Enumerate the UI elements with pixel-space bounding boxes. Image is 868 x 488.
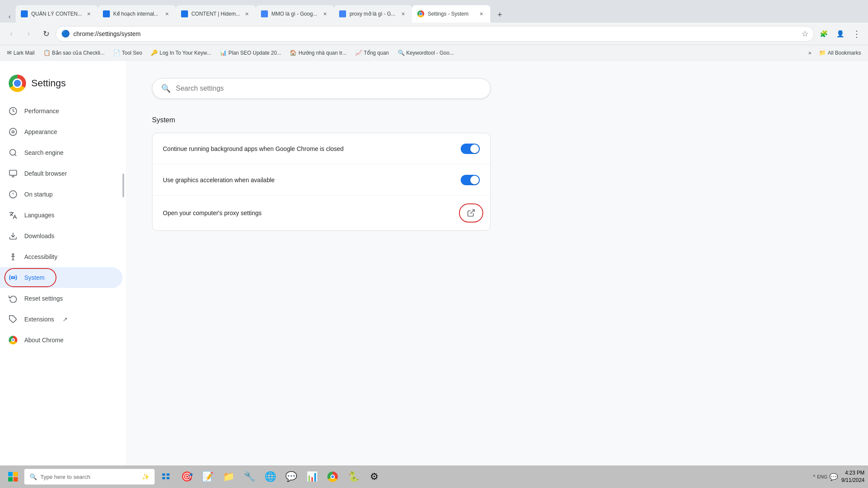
reload-button[interactable]: ↻ xyxy=(38,26,54,42)
bookmark-lark-mail[interactable]: ✉ Lark Mail xyxy=(3,49,38,57)
svg-rect-18 xyxy=(8,477,13,481)
toggle-graphics-acceleration[interactable] xyxy=(461,175,480,185)
taskbar-app-taskview[interactable] xyxy=(156,467,175,486)
tab-1[interactable]: QUẢN LÝ CONTEN... ✕ xyxy=(16,5,98,23)
bookmark-checklist[interactable]: 📋 Bản sao của Checkli... xyxy=(40,49,108,57)
tab-6[interactable]: Settings - System ✕ xyxy=(412,5,490,23)
bookmark-plan-seo[interactable]: 📊 Plan SEO Update 20... xyxy=(216,49,284,57)
tab-close-6[interactable]: ✕ xyxy=(478,10,485,17)
new-tab-button[interactable]: + xyxy=(492,7,508,23)
bookmark-huong-nha[interactable]: 🏠 Hướng nhà quan tr... xyxy=(286,49,350,57)
toolbar-actions: 🧩 👤 ⋮ xyxy=(816,26,865,42)
sidebar-label-downloads: Downloads xyxy=(24,233,54,239)
toggle-background-apps[interactable] xyxy=(461,144,480,154)
search-input[interactable] xyxy=(176,85,482,92)
taskbar-app-7[interactable]: 📊 xyxy=(302,467,321,486)
forward-button[interactable]: › xyxy=(21,26,36,42)
bookmark-keyword-tool[interactable]: 🔍 Keywordtool - Goo... xyxy=(394,49,457,57)
bookmark-label-checklist: Bản sao của Checkli... xyxy=(52,50,105,56)
sidebar-scrollbar[interactable] xyxy=(122,174,124,197)
tab-close-3[interactable]: ✕ xyxy=(244,10,251,17)
tab-favicon-4 xyxy=(261,10,268,17)
taskbar-app-chrome[interactable] xyxy=(323,467,342,486)
sidebar-header: Settings xyxy=(0,69,126,101)
tab-2[interactable]: Kế hoạch internal... ✕ xyxy=(98,5,176,23)
taskbar-app-3[interactable]: 📁 xyxy=(219,467,238,486)
sidebar-item-reset-settings[interactable]: Reset settings xyxy=(0,288,122,309)
sidebar-label-reset-settings: Reset settings xyxy=(24,295,63,302)
taskbar-time-display[interactable]: 4:23 PM 9/11/2024 xyxy=(842,469,865,484)
proxy-settings-external-link-button[interactable] xyxy=(462,204,480,222)
bookmark-star-icon[interactable]: ☆ xyxy=(802,29,809,39)
taskbar-app-9[interactable]: ⚙ xyxy=(365,467,384,486)
content-area: Settings Performance Appearance xyxy=(0,61,868,465)
taskbar-app-2[interactable]: 📝 xyxy=(198,467,217,486)
bookmark-login-keyword[interactable]: 🔑 Log In To Your Keyw... xyxy=(147,49,215,57)
tray-language-icon[interactable]: ENG xyxy=(817,474,828,479)
sidebar-label-default-browser: Default browser xyxy=(24,170,67,177)
sys-tray-icons: ^ ENG 💬 xyxy=(813,473,838,481)
bookmark-label-keyword: Log In To Your Keyw... xyxy=(159,50,211,56)
menu-button[interactable]: ⋮ xyxy=(849,26,865,42)
sidebar-item-extensions[interactable]: Extensions ↗ xyxy=(0,309,122,330)
tab-scroll-left[interactable]: ‹ xyxy=(3,10,16,23)
start-button[interactable] xyxy=(3,467,23,486)
tab-close-2[interactable]: ✕ xyxy=(164,10,171,17)
taskbar-app-1[interactable]: 🎯 xyxy=(177,467,196,486)
taskbar-search-bar[interactable]: 🔍 Type here to search ✨ xyxy=(24,469,155,485)
svg-rect-22 xyxy=(162,477,165,479)
accessibility-icon xyxy=(9,252,17,261)
extensions-button[interactable]: 🧩 xyxy=(816,26,832,42)
address-bar[interactable]: 🔵 chrome://settings/system ☆ xyxy=(56,26,814,42)
taskbar-sparkle-icon: ✨ xyxy=(142,473,149,480)
bookmark-label-tongquan: Tổng quan xyxy=(364,50,389,56)
tray-chevron-icon[interactable]: ^ xyxy=(813,474,815,480)
bookmark-favicon-lark: ✉ xyxy=(7,49,12,56)
sidebar-item-system[interactable]: System xyxy=(0,267,122,288)
tab-title-4: MMO là gì - Goog... xyxy=(271,11,318,17)
sidebar-label-accessibility: Accessibility xyxy=(24,253,57,260)
search-bar[interactable]: 🔍 xyxy=(152,78,491,99)
performance-icon xyxy=(9,107,17,115)
sidebar-item-languages[interactable]: Languages xyxy=(0,205,122,226)
windows-logo-icon xyxy=(8,472,18,482)
sidebar-item-on-startup[interactable]: On startup xyxy=(0,184,122,205)
taskbar-app-4[interactable]: 🔧 xyxy=(240,467,259,486)
svg-point-13 xyxy=(12,277,14,279)
setting-row-graphics-acceleration: Use graphics acceleration when available xyxy=(152,164,490,196)
sidebar-item-downloads[interactable]: Downloads xyxy=(0,226,122,246)
tab-close-5[interactable]: ✕ xyxy=(400,10,407,17)
section-title: System xyxy=(152,116,842,124)
bookmark-all-bookmarks[interactable]: 📁 All Bookmarks xyxy=(815,49,865,57)
tab-close-1[interactable]: ✕ xyxy=(86,10,92,17)
sidebar-item-appearance[interactable]: Appearance xyxy=(0,121,122,142)
taskbar-app-8[interactable]: 🐍 xyxy=(344,467,363,486)
bookmark-label-toolseo: Tool Seo xyxy=(122,50,142,56)
profile-button[interactable]: 👤 xyxy=(832,26,848,42)
bookmark-tool-seo[interactable]: 📄 Tool Seo xyxy=(110,49,146,57)
sidebar-item-search-engine[interactable]: Search engine xyxy=(0,142,122,163)
sidebar-label-about-chrome: About Chrome xyxy=(24,337,63,344)
tray-notification-icon[interactable]: 💬 xyxy=(829,473,838,481)
taskbar-app-5[interactable]: 🌐 xyxy=(261,467,280,486)
sidebar-item-accessibility[interactable]: Accessibility xyxy=(0,246,122,267)
sidebar: Settings Performance Appearance xyxy=(0,61,126,465)
tab-5[interactable]: proxy mở là gì - G... ✕ xyxy=(334,5,412,23)
background-apps-toggle[interactable] xyxy=(461,144,480,154)
tab-3[interactable]: CONTENT | Hidem... ✕ xyxy=(176,5,256,23)
sidebar-item-about-chrome[interactable]: About Chrome xyxy=(0,330,122,350)
graphics-acceleration-toggle[interactable] xyxy=(461,175,480,185)
sidebar-item-performance[interactable]: Performance xyxy=(0,101,122,121)
sidebar-item-default-browser[interactable]: Default browser xyxy=(0,163,122,184)
back-button[interactable]: ‹ xyxy=(3,26,19,42)
proxy-settings-label: Open your computer's proxy settings xyxy=(163,210,454,216)
bookmark-tong-quan[interactable]: 📈 Tổng quan xyxy=(352,49,393,57)
sidebar-navigation: Performance Appearance Search engine xyxy=(0,101,126,457)
bookmarks-more-button[interactable]: » xyxy=(806,49,814,57)
system-icon xyxy=(9,273,17,282)
tab-4[interactable]: MMO là gì - Goog... ✕ xyxy=(256,5,334,23)
tab-close-4[interactable]: ✕ xyxy=(322,10,329,17)
bookmark-label-keywordtool: Keywordtool - Goo... xyxy=(406,50,454,56)
taskbar-app-6[interactable]: 💬 xyxy=(281,467,300,486)
setting-row-proxy-settings: Open your computer's proxy settings xyxy=(152,196,490,230)
